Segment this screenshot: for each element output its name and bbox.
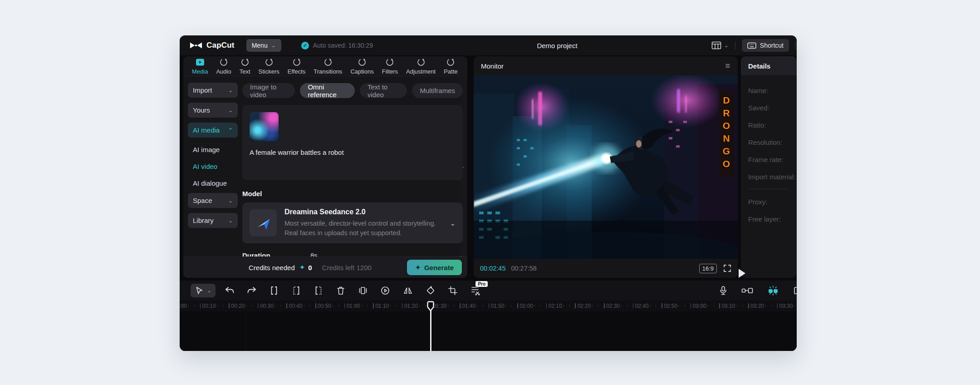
select-tool-button[interactable]: ⌄ [191, 284, 216, 297]
ruler-label: 00:10 [202, 303, 216, 309]
tab-stickers[interactable]: Stickers [255, 58, 284, 75]
ruler-minor-tick [552, 305, 553, 307]
rotate-button[interactable] [426, 286, 436, 296]
mode-tab-multiframes[interactable]: Multiframes [412, 83, 463, 98]
chevron-icon: ⌄ [228, 198, 233, 203]
model-info: Dreamina Seedance 2.0 Most versatile, di… [284, 208, 445, 238]
link-preview-button[interactable] [741, 286, 753, 295]
aspect-ratio-button[interactable]: 16:9 [699, 264, 717, 273]
tab-effects[interactable]: Effects [284, 58, 310, 75]
tab-transitions[interactable]: Transitions [309, 58, 346, 75]
tab-media[interactable]: Media [188, 58, 212, 75]
ruler-label: 02:10 [549, 303, 562, 309]
ruler-minor-tick [379, 305, 379, 307]
video-frame: DRONGO [474, 75, 738, 259]
ruler-minor-tick [714, 305, 714, 307]
model-selector[interactable]: Dreamina Seedance 2.0 Most versatile, di… [242, 202, 463, 243]
details-title: Details [741, 56, 797, 75]
split-left-icon [291, 286, 301, 296]
details-divider [748, 189, 789, 189]
ruler-minor-tick [679, 305, 679, 307]
ruler-minor-tick [731, 305, 731, 307]
ruler-minor-tick [667, 305, 668, 307]
mode-tab-image-to-video[interactable]: Image to video [242, 83, 295, 98]
model-description: Most versatile, director-level control a… [284, 219, 445, 238]
sidebar-item-library[interactable]: Library⌄ [188, 213, 238, 228]
ruler-minor-tick [327, 305, 327, 307]
prompt-text[interactable]: A female warrior battles a robot [250, 148, 456, 156]
timeline-track-area[interactable] [180, 311, 797, 351]
split-button[interactable] [269, 286, 279, 296]
reference-image-thumbnail[interactable] [250, 112, 279, 141]
ruler-minor-tick [194, 305, 195, 307]
ruler-tick [286, 303, 287, 308]
tab-audio[interactable]: Audio [212, 58, 235, 75]
delete-left-button[interactable] [291, 286, 301, 296]
ruler-tick [315, 303, 316, 308]
record-voiceover-button[interactable] [719, 286, 728, 296]
playhead[interactable] [427, 301, 434, 312]
freeze-frame-button[interactable] [358, 286, 368, 296]
sidebar-item-yours[interactable]: Yours⌄ [188, 103, 238, 118]
svg-text:D: D [723, 95, 730, 105]
play-icon[interactable] [739, 269, 745, 278]
crop-button[interactable] [448, 286, 458, 296]
timeline-ruler[interactable]: 00:0000:1000:2000:3000:4000:5001:0001:10… [180, 301, 797, 311]
delete-right-button[interactable] [314, 286, 323, 296]
ruler-tick [546, 303, 547, 308]
titlebar-divider [795, 41, 796, 49]
tab-text[interactable]: Text [235, 58, 255, 75]
autosave-status: ✓ Auto saved: 16:30:29 [301, 42, 373, 49]
clipped-tool-button[interactable] [793, 286, 797, 296]
menu-label: Menu [252, 42, 268, 49]
link-icon [741, 286, 753, 295]
redo-button[interactable] [247, 286, 257, 295]
shortcut-button[interactable]: Shortcut [742, 39, 789, 52]
ruler-minor-tick [454, 305, 454, 307]
generate-button[interactable]: ✦ Generate [407, 260, 462, 275]
sidebar-item-ai-media[interactable]: AI media⌃ [188, 123, 238, 138]
sidebar-item-label: Yours [193, 106, 210, 114]
speed-button[interactable] [380, 286, 390, 296]
ruler-minor-tick [309, 305, 310, 307]
tab-filters[interactable]: Filters [378, 58, 402, 75]
video-preview[interactable]: DRONGO [474, 75, 738, 259]
ruler-tick [719, 303, 720, 308]
monitor-menu-icon[interactable]: ≡ [725, 61, 730, 71]
tab-captions[interactable]: Captions [346, 58, 377, 75]
monitor-right-controls: 16:9 [699, 264, 731, 273]
undo-button[interactable] [225, 286, 235, 295]
mode-tab-text-to-video[interactable]: Text to video [360, 83, 407, 98]
mode-tab-omni-reference[interactable]: Omni reference [300, 83, 355, 98]
trash-icon [336, 286, 346, 296]
ruler-minor-tick [269, 305, 270, 307]
ruler-minor-tick [685, 305, 685, 307]
auto-snapping-button[interactable] [767, 285, 779, 296]
ruler-label: 01:10 [375, 303, 389, 309]
sidebar-item-space[interactable]: Space⌄ [188, 193, 238, 208]
sidebar-item-ai-video[interactable]: AI video [188, 159, 238, 173]
mirror-button[interactable] [402, 286, 413, 296]
sidebar-item-ai-image[interactable]: AI image [188, 143, 238, 156]
tab-adjustment[interactable]: Adjustment [402, 58, 440, 75]
layout-button[interactable]: ⌄ [711, 41, 729, 49]
sidebar-item-ai-dialogue[interactable]: AI dialogue [188, 176, 238, 190]
tab-label: Text [240, 68, 250, 75]
chevron-down-icon: ⌄ [271, 43, 276, 48]
sidebar-item-import[interactable]: Import⌄ [188, 83, 238, 98]
mirror-icon [402, 286, 413, 296]
ruler-minor-tick [737, 305, 737, 307]
prompt-card[interactable]: A female warrior battles a robot [242, 105, 463, 180]
ruler-minor-tick [436, 305, 437, 307]
microphone-icon [719, 286, 728, 296]
ruler-minor-tick [725, 305, 725, 307]
credit-spark-icon: ✦ [299, 263, 305, 271]
ruler-label: 00:50 [318, 303, 331, 309]
svg-text:R: R [723, 108, 730, 118]
delete-button[interactable] [336, 286, 346, 296]
menu-button[interactable]: Menu ⌄ [246, 39, 281, 52]
tab-label: Transitions [314, 68, 342, 75]
fullscreen-icon[interactable] [723, 264, 731, 272]
ruler-tick [373, 303, 374, 308]
smart-script-button[interactable]: Pro [470, 286, 481, 296]
